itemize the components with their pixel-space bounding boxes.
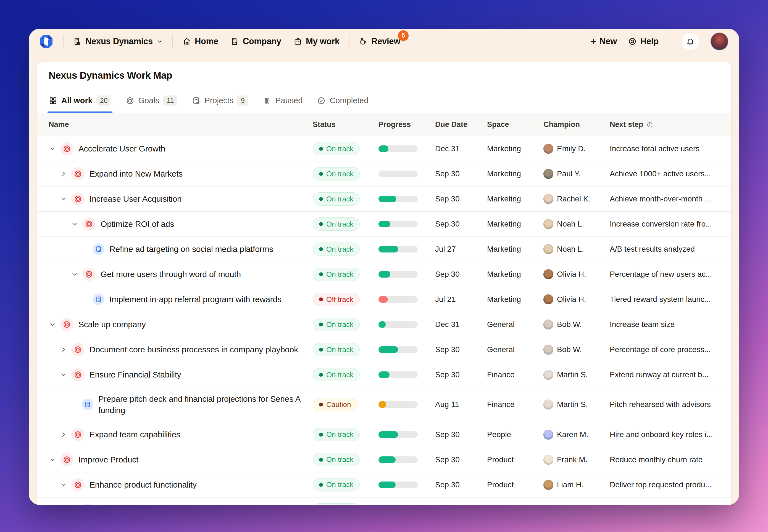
row-expand-chevron-icon[interactable] xyxy=(71,270,78,278)
space-cell: Marketing xyxy=(487,144,543,153)
next-step-cell: Increase total active users xyxy=(610,144,720,153)
table-row[interactable]: Expand team capabilities On track Sep 30… xyxy=(37,422,731,447)
champion-name: Rachel K. xyxy=(557,195,591,203)
row-expand-chevron-icon[interactable] xyxy=(60,431,67,438)
space-cell: General xyxy=(487,320,543,329)
table-row[interactable]: Get more users through word of mouth On … xyxy=(37,262,731,287)
row-name: Scale up company xyxy=(78,319,153,330)
status-cell: On track xyxy=(313,368,378,381)
tab-completed[interactable]: Completed xyxy=(317,88,368,113)
table-row[interactable]: Improve Product On track Sep 30 Product … xyxy=(37,447,731,472)
table-row[interactable]: Accelerate User Growth On track Dec 31 M… xyxy=(37,136,731,161)
progress-fill xyxy=(378,401,386,408)
table-row[interactable]: Ensure Financial Stability On track Sep … xyxy=(37,362,731,387)
status-badge[interactable]: Caution xyxy=(313,398,358,411)
status-label: On track xyxy=(326,270,353,279)
space-cell: Marketing xyxy=(487,169,543,178)
status-dot-icon xyxy=(319,247,323,251)
status-badge[interactable]: On track xyxy=(313,217,360,231)
table-row[interactable]: Refine ad targeting on social media plat… xyxy=(37,237,731,262)
row-expand-chevron-icon[interactable] xyxy=(49,456,56,464)
topbar-divider xyxy=(349,35,349,48)
nav-review[interactable]: Review 5 xyxy=(359,36,400,46)
tab-goals[interactable]: Goals 11 xyxy=(126,88,177,113)
champion-avatar xyxy=(543,194,553,204)
goal-target-icon xyxy=(82,217,96,231)
due-date: Dec 31 xyxy=(435,144,460,153)
row-expand-chevron-icon[interactable] xyxy=(60,481,67,489)
new-button[interactable]: + New xyxy=(591,36,617,47)
status-dot-icon xyxy=(319,222,323,226)
nav-company[interactable]: Company xyxy=(231,36,281,46)
status-badge[interactable]: On track xyxy=(313,503,360,505)
status-badge[interactable]: On track xyxy=(313,428,360,441)
row-expand-chevron-icon[interactable] xyxy=(60,195,67,203)
status-cell: On track xyxy=(313,142,378,155)
row-name: Expand team capabilities xyxy=(89,429,187,440)
due-date-cell: Sep 30 xyxy=(435,345,487,354)
row-expand-chevron-icon[interactable] xyxy=(71,220,78,228)
nav-my-work[interactable]: My work xyxy=(293,36,340,46)
tab-paused[interactable]: Paused xyxy=(263,88,303,113)
table-row[interactable]: Expand into New Markets On track Sep 30 … xyxy=(37,161,731,187)
workspace-switcher[interactable]: Nexus Dynamics xyxy=(73,36,163,46)
row-expand-chevron-icon[interactable] xyxy=(49,145,56,153)
status-badge[interactable]: On track xyxy=(313,343,360,356)
status-badge[interactable]: On track xyxy=(313,318,360,331)
table-row[interactable]: Document core business processes in comp… xyxy=(37,337,731,362)
table-row[interactable]: Implement in-app referral program with r… xyxy=(37,287,731,312)
row-expand-chevron-icon[interactable] xyxy=(60,170,67,178)
table-row[interactable]: Scale up company On track Dec 31 General… xyxy=(37,312,731,337)
table-row[interactable]: Develop and launch new collaborative fea… xyxy=(37,498,731,505)
status-badge[interactable]: On track xyxy=(313,243,360,256)
user-avatar[interactable] xyxy=(711,33,728,50)
status-badge[interactable]: On track xyxy=(313,268,360,281)
status-badge[interactable]: On track xyxy=(313,142,360,155)
champion-cell: Noah L. xyxy=(543,244,610,254)
table-row[interactable]: Optimize ROI of ads On track Sep 30 Mark… xyxy=(37,212,731,237)
due-date: Jul 21 xyxy=(435,295,456,304)
champion-cell: Frank M. xyxy=(543,455,610,465)
row-name: Accelerate User Growth xyxy=(78,143,172,154)
app-logo-icon[interactable] xyxy=(39,34,54,49)
progress-bar xyxy=(378,246,418,252)
name-cell: Expand into New Markets xyxy=(49,167,313,180)
name-cell: Enhance product functionality xyxy=(49,478,313,491)
champion-name: Bob W. xyxy=(557,345,582,354)
goal-target-icon xyxy=(71,478,84,491)
status-badge[interactable]: Off track xyxy=(313,293,360,306)
desktop-background: { "topbar": { "org_label": "Nexus Dynami… xyxy=(0,0,768,532)
project-clipboard-icon xyxy=(82,399,93,410)
table-row[interactable]: Prepare pitch deck and financial project… xyxy=(37,387,731,422)
tab-all-work[interactable]: All work 20 xyxy=(49,88,111,113)
table-row[interactable]: Enhance product functionality On track S… xyxy=(37,472,731,498)
status-cell: On track xyxy=(313,167,378,180)
champion-name: Emily D. xyxy=(557,144,586,153)
goal-target-icon xyxy=(60,453,73,466)
row-expand-chevron-icon[interactable] xyxy=(60,371,67,379)
nav-home[interactable]: Home xyxy=(182,36,218,46)
row-name: Enhance product functionality xyxy=(89,479,204,490)
status-dot-icon xyxy=(319,483,323,487)
progress-bar xyxy=(378,271,418,278)
status-badge[interactable]: On track xyxy=(313,368,360,381)
progress-cell xyxy=(378,171,435,177)
next-step-text: Achieve month-over-month ... xyxy=(610,195,711,203)
tab-projects[interactable]: Projects 9 xyxy=(192,88,248,113)
row-expand-chevron-icon[interactable] xyxy=(60,346,67,353)
notifications-button[interactable] xyxy=(681,32,700,50)
help-button[interactable]: Help xyxy=(628,36,659,46)
champion-cell: Olivia H. xyxy=(543,269,610,279)
status-badge[interactable]: On track xyxy=(313,192,360,206)
status-badge[interactable]: On track xyxy=(313,167,360,180)
building-icon xyxy=(231,37,239,46)
table-row[interactable]: Increase User Acquisition On track Sep 3… xyxy=(37,187,731,212)
status-label: On track xyxy=(326,220,353,228)
status-badge[interactable]: On track xyxy=(313,453,360,466)
status-label: On track xyxy=(326,430,353,439)
progress-fill xyxy=(378,145,388,152)
status-dot-icon xyxy=(319,323,323,326)
status-badge[interactable]: On track xyxy=(313,478,360,491)
next-step-text: A/B test results analyzed xyxy=(610,245,695,254)
row-expand-chevron-icon[interactable] xyxy=(49,321,56,328)
